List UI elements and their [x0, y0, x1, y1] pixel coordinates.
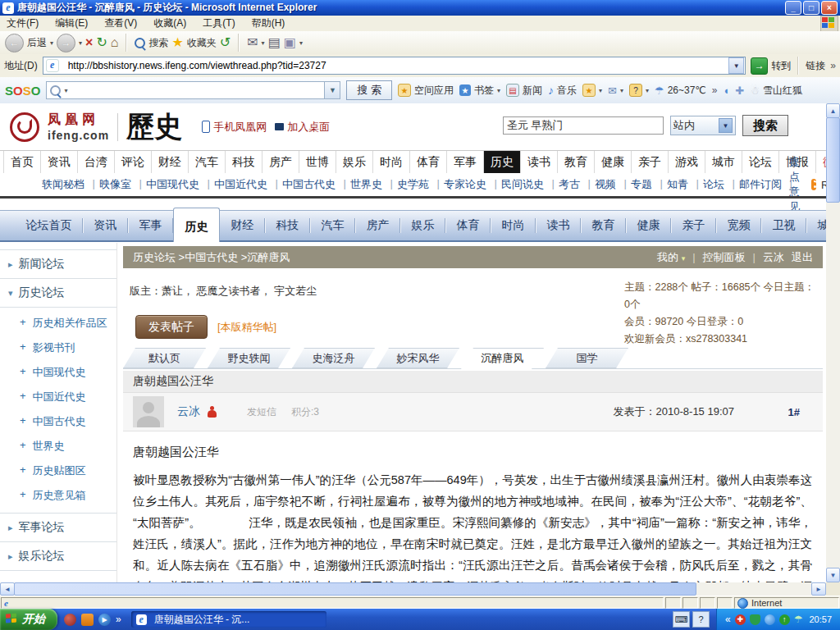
subnav-item[interactable]: 中国近代史 — [207, 177, 275, 192]
forum-nav-item[interactable]: 论坛首页 — [15, 211, 83, 240]
vertical-scroll-thumb[interactable] — [826, 117, 840, 203]
quick-launch-icon[interactable] — [81, 614, 94, 626]
subnav-item[interactable]: 民间说史 — [494, 177, 551, 192]
menu-favorites[interactable]: 收藏(A) — [153, 16, 186, 30]
keyboard-indicator-icon[interactable]: ⌨ — [673, 611, 690, 628]
tray-update-icon[interactable]: ↑ — [779, 614, 790, 625]
tab-guoxue[interactable]: 国学 — [546, 348, 628, 368]
scroll-down-icon[interactable]: ▼ — [826, 568, 840, 582]
menu-tools[interactable]: 工具(T) — [203, 16, 235, 30]
site-search-scope-select[interactable]: 站内 ▼ — [670, 116, 736, 135]
nav-item[interactable]: 健康 — [595, 151, 632, 173]
minimize-button[interactable]: _ — [785, 1, 801, 15]
tab-history-sea[interactable]: 史海泛舟 — [292, 348, 375, 368]
site-search-button[interactable]: 搜索 — [742, 115, 788, 136]
quick-launch-icon[interactable] — [64, 614, 76, 626]
maximize-button[interactable]: □ — [803, 1, 819, 15]
subnav-item[interactable]: 史学苑 — [390, 177, 436, 192]
bookmark-dropdown-icon[interactable]: ▾ — [497, 87, 500, 94]
forum-nav-item[interactable]: 读书 — [536, 211, 581, 240]
back-dropdown-icon[interactable]: ▾ — [50, 39, 53, 47]
menu-view[interactable]: 查看(V) — [104, 16, 137, 30]
nav-item[interactable]: 科技 — [226, 151, 262, 173]
sidebar-subitem[interactable]: +历史意见箱 — [0, 483, 116, 508]
rss-icon[interactable] — [811, 179, 816, 190]
home-icon[interactable]: ⌂ — [111, 36, 119, 49]
forum-nav-item[interactable]: 健康 — [626, 211, 671, 240]
links-label[interactable]: 链接 — [806, 59, 825, 73]
nav-item[interactable]: 娱乐 — [336, 151, 373, 173]
forum-nav-item[interactable]: 教育 — [581, 211, 626, 240]
mobile-link[interactable]: 手机凤凰网 — [202, 120, 267, 135]
forum-nav-item[interactable]: 军事 — [128, 211, 173, 240]
tab-default[interactable]: 默认页 — [123, 348, 206, 368]
edit-icon[interactable]: ▣ — [284, 36, 296, 49]
subnav-item[interactable]: 论坛 — [696, 177, 732, 192]
subnav-item[interactable]: 世界史 — [343, 177, 390, 192]
ifeng-logo-cn[interactable]: 凤凰网 — [48, 112, 109, 129]
nav-item[interactable]: 体育 — [410, 151, 447, 173]
sidebar-subitem[interactable]: +影视书刊 — [0, 336, 116, 360]
back-label[interactable]: 后退 — [27, 36, 47, 50]
subnav-item[interactable]: 中国古代史 — [275, 177, 343, 192]
search-label[interactable]: 搜索 — [148, 36, 168, 50]
tray-umbrella-icon[interactable]: ☂ — [794, 614, 803, 625]
weather-item[interactable]: ☂ 26~37℃ — [655, 84, 706, 97]
horizontal-scroll-thumb[interactable] — [14, 582, 696, 596]
breadcrumb[interactable]: 历史论坛 >中国古代史 >沉醉唐风 — [133, 250, 290, 265]
soso-bookmark-item[interactable]: ★ 书签 ▾ — [459, 84, 500, 98]
logout-link[interactable]: 退出 — [792, 250, 813, 265]
print-icon[interactable]: ▤ — [268, 36, 281, 49]
soso-more-chevron-icon[interactable]: » — [712, 84, 718, 96]
address-input[interactable] — [66, 59, 725, 72]
forum-nav-item[interactable]: 娱乐 — [400, 211, 445, 240]
qq-fin-icon[interactable]: ◖ — [724, 84, 730, 97]
forum-nav-item[interactable]: 亲子 — [671, 211, 716, 240]
my-menu[interactable]: 我的 ▾ — [657, 250, 685, 265]
soso-engine-dropdown-icon[interactable]: ▾ — [64, 87, 67, 94]
tray-pin-icon[interactable]: ✚ — [735, 614, 746, 625]
scroll-left-icon[interactable]: ◄ — [0, 582, 15, 596]
nav-item[interactable]: 时尚 — [373, 151, 410, 173]
mail-icon[interactable]: ✉ — [247, 36, 258, 49]
channel-title[interactable]: 歷史 — [126, 113, 182, 141]
tab-wild-history[interactable]: 野史轶闻 — [208, 348, 290, 368]
nav-item[interactable]: 汽车 — [189, 151, 226, 173]
quick-launch-chevron-icon[interactable]: » — [116, 614, 121, 625]
subnav-item[interactable]: 中国现代史 — [139, 177, 207, 192]
subnav-item[interactable]: 映像室 — [92, 177, 139, 192]
nav-item[interactable]: 首页 — [3, 151, 41, 173]
mail-dropdown-icon[interactable]: ▾ — [262, 39, 265, 47]
subnav-item[interactable]: 视频 — [587, 177, 623, 192]
forward-dropdown-icon[interactable]: ▾ — [79, 39, 82, 47]
sidebar-subitem[interactable]: +历史贴图区 — [0, 459, 116, 483]
task-button-ie[interactable]: e 唐朝越国公汪华 - 沉... — [131, 611, 326, 628]
desktop-link[interactable]: 加入桌面 — [275, 120, 330, 135]
nav-item[interactable]: 亲子 — [632, 151, 669, 173]
subnav-item[interactable]: 邮件订阅 — [732, 177, 789, 192]
start-button[interactable]: 开始 — [0, 609, 57, 630]
sidebar-section-history[interactable]: ▾ 历史论坛 — [0, 279, 116, 308]
tray-shield-icon[interactable] — [750, 614, 760, 625]
favorites-star-icon[interactable]: ★ — [171, 36, 183, 49]
floor-number[interactable]: 1# — [788, 406, 800, 418]
soso-search-button[interactable]: 搜 索 — [346, 80, 392, 100]
ifeng-logo-en[interactable]: ifeng.com — [48, 129, 109, 142]
soso-mail-menu[interactable]: ✉ ▾ — [608, 84, 623, 97]
menu-edit[interactable]: 编辑(E) — [55, 16, 88, 30]
nav-item-history-active[interactable]: 历史 — [484, 151, 521, 173]
soso-app-item[interactable]: ★ 空间应用 — [398, 84, 454, 98]
soso-search-input[interactable]: ▾ — [46, 81, 325, 99]
back-icon[interactable]: ← — [5, 34, 24, 52]
nav-item[interactable]: 台湾 — [78, 151, 115, 173]
add-icon[interactable]: ✚ — [735, 84, 744, 97]
tray-globe-icon[interactable] — [765, 614, 775, 625]
nav-item[interactable]: 城市 — [705, 151, 742, 173]
logged-in-user[interactable]: 云冰 — [763, 250, 784, 265]
new-post-button[interactable]: 发表帖子 — [135, 315, 208, 339]
refresh-icon[interactable]: ↻ — [96, 36, 107, 49]
go-button[interactable]: → 转到 — [751, 57, 791, 75]
horizontal-scrollbar[interactable]: ◄ ► — [0, 582, 826, 596]
nav-item[interactable]: 读书 — [521, 151, 558, 173]
nav-item[interactable]: 论坛 — [742, 151, 779, 173]
